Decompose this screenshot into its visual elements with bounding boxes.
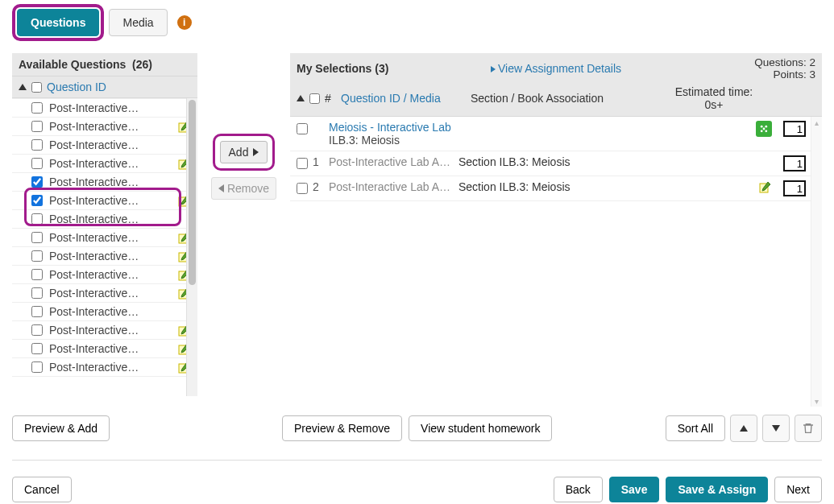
preview-and-remove-button[interactable]: Preview & Remove bbox=[282, 415, 402, 441]
selections-column-header: # Question ID / Media Section / Book Ass… bbox=[290, 82, 822, 117]
question-row[interactable]: Post-Interactive… bbox=[12, 99, 197, 118]
tabs-row: Questions Media i bbox=[12, 4, 822, 41]
question-checkbox[interactable] bbox=[31, 287, 43, 299]
tab-media[interactable]: Media bbox=[109, 9, 167, 36]
selections-panel: My Selections (3) View Assignment Detail… bbox=[290, 53, 822, 407]
available-questions-sort[interactable]: Question ID bbox=[12, 76, 197, 98]
selection-checkbox[interactable] bbox=[297, 158, 308, 169]
svg-point-11 bbox=[761, 126, 763, 128]
col-estimated-time-label: Estimated time: bbox=[675, 85, 753, 98]
question-checkbox[interactable] bbox=[31, 158, 43, 169]
question-checkbox[interactable] bbox=[31, 269, 43, 280]
question-checkbox[interactable] bbox=[31, 102, 43, 114]
question-row[interactable]: Post-Interactive… bbox=[12, 136, 197, 155]
points-input[interactable] bbox=[783, 121, 806, 137]
question-checkbox[interactable] bbox=[31, 361, 43, 373]
question-row[interactable]: Post-Interactive… bbox=[12, 358, 197, 377]
question-row[interactable]: Post-Interactive… bbox=[12, 118, 197, 136]
next-button[interactable]: Next bbox=[774, 477, 822, 502]
svg-point-14 bbox=[765, 130, 767, 132]
selection-row: Meiosis - Interactive LabILB.3: Meiosis▴… bbox=[290, 117, 822, 151]
view-assignment-details-link[interactable]: View Assignment Details bbox=[491, 62, 621, 75]
col-estimated-time-value: 0s+ bbox=[705, 98, 724, 111]
move-down-button[interactable] bbox=[762, 415, 790, 442]
arrow-up-icon bbox=[740, 425, 748, 432]
question-checkbox[interactable] bbox=[31, 176, 43, 188]
save-button[interactable]: Save bbox=[609, 477, 660, 502]
question-row[interactable]: Post-Interactive… bbox=[12, 229, 197, 247]
select-all-available[interactable] bbox=[31, 82, 42, 93]
highlight-questions-tab: Questions bbox=[12, 4, 104, 41]
select-all-selections[interactable] bbox=[309, 93, 320, 104]
svg-point-12 bbox=[765, 126, 767, 128]
question-checkbox[interactable] bbox=[31, 195, 43, 206]
delete-button[interactable] bbox=[795, 415, 822, 442]
question-row[interactable]: Post-Interactive… bbox=[12, 266, 197, 284]
selection-number: 1 bbox=[313, 155, 324, 168]
points-input[interactable] bbox=[783, 155, 806, 171]
chevron-right-icon bbox=[491, 66, 496, 72]
available-questions-list[interactable]: Post-Interactive…Post-Interactive…Post-I… bbox=[12, 98, 197, 396]
question-label: Post-Interactive… bbox=[49, 250, 172, 262]
selection-section: Section ILB.3: Meiosis bbox=[458, 180, 754, 193]
points-input[interactable] bbox=[783, 180, 806, 196]
question-row[interactable]: Post-Interactive… bbox=[12, 303, 197, 321]
scroll-up-icon[interactable]: ▴ bbox=[811, 117, 822, 128]
question-label: Post-Interactive… bbox=[49, 342, 172, 355]
scrollbar-thumb[interactable] bbox=[189, 100, 196, 285]
question-label: Post-Interactive… bbox=[49, 361, 172, 374]
question-row[interactable]: Post-Interactive… bbox=[12, 340, 197, 358]
question-label: Post-Interactive… bbox=[49, 324, 172, 337]
question-row[interactable]: Post-Interactive… bbox=[12, 192, 197, 210]
edit-icon[interactable] bbox=[759, 180, 772, 193]
svg-point-13 bbox=[761, 130, 763, 132]
sort-all-button[interactable]: Sort All bbox=[666, 415, 725, 441]
scrollbar[interactable] bbox=[186, 98, 197, 396]
back-button[interactable]: Back bbox=[554, 477, 603, 502]
preview-and-add-button[interactable]: Preview & Add bbox=[12, 415, 110, 441]
question-label: Post-Interactive… bbox=[49, 157, 172, 170]
selection-checkbox[interactable] bbox=[297, 123, 308, 134]
selection-question[interactable]: Meiosis - Interactive Lab bbox=[329, 121, 454, 134]
col-section: Section / Book Association bbox=[471, 92, 661, 105]
question-checkbox[interactable] bbox=[31, 232, 43, 243]
col-question-id[interactable]: Question ID / Media bbox=[341, 92, 466, 105]
arrow-right-icon bbox=[253, 148, 259, 156]
view-student-homework-button[interactable]: View student homework bbox=[409, 415, 552, 441]
points-count: Points: 3 bbox=[773, 68, 815, 81]
available-questions-panel: Available Questions (26) Question ID Pos… bbox=[12, 53, 197, 407]
question-row[interactable]: Post-Interactive… bbox=[12, 173, 197, 192]
question-label: Post-Interactive… bbox=[49, 305, 191, 318]
question-checkbox[interactable] bbox=[31, 213, 43, 225]
selection-row: 1Post-Interactive Lab As…Section ILB.3: … bbox=[290, 151, 822, 176]
selection-checkbox[interactable] bbox=[297, 183, 308, 194]
question-row[interactable]: Post-Interactive… bbox=[12, 210, 197, 229]
question-label: Post-Interactive… bbox=[49, 213, 191, 225]
question-checkbox[interactable] bbox=[31, 343, 43, 354]
question-row[interactable]: Post-Interactive… bbox=[12, 155, 197, 173]
question-label: Post-Interactive… bbox=[49, 231, 172, 244]
question-row[interactable]: Post-Interactive… bbox=[12, 321, 197, 340]
arrow-left-icon bbox=[218, 184, 224, 192]
tab-questions[interactable]: Questions bbox=[17, 9, 99, 36]
info-icon[interactable]: i bbox=[177, 15, 192, 30]
question-checkbox[interactable] bbox=[31, 139, 43, 151]
scrollbar[interactable]: ▴ ▾ bbox=[811, 117, 822, 407]
scroll-down-icon[interactable]: ▾ bbox=[811, 395, 822, 407]
question-label: Post-Interactive… bbox=[49, 138, 191, 151]
add-button[interactable]: Add bbox=[220, 141, 268, 163]
available-questions-header: Available Questions (26) bbox=[12, 53, 197, 76]
save-and-assign-button[interactable]: Save & Assign bbox=[666, 477, 768, 502]
move-up-button[interactable] bbox=[730, 415, 757, 442]
question-row[interactable]: Post-Interactive… bbox=[12, 284, 197, 303]
questions-count: Questions: 2 bbox=[754, 56, 815, 68]
question-checkbox[interactable] bbox=[31, 250, 43, 262]
question-checkbox[interactable] bbox=[31, 121, 43, 132]
trash-icon bbox=[802, 422, 815, 435]
question-checkbox[interactable] bbox=[31, 324, 43, 336]
cancel-button[interactable]: Cancel bbox=[12, 477, 72, 502]
question-checkbox[interactable] bbox=[31, 306, 43, 317]
question-row[interactable]: Post-Interactive… bbox=[12, 247, 197, 266]
selection-row: 2Post-Interactive Lab As…Section ILB.3: … bbox=[290, 176, 822, 201]
sort-column-question-id[interactable]: Question ID bbox=[47, 81, 106, 93]
